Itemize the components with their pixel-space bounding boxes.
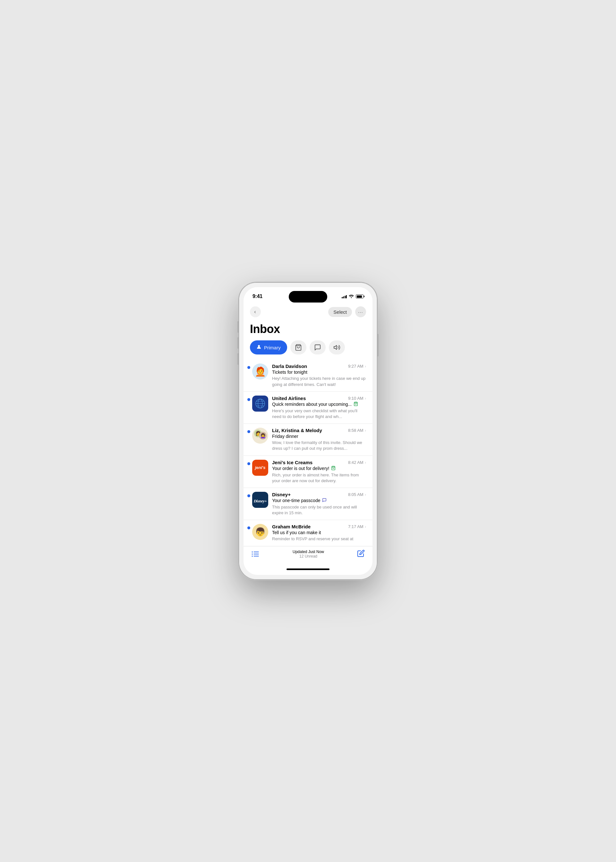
chevron-right-icon: › [365, 460, 366, 465]
email-item-4[interactable]: jeni's Jeni's Ice Creams 8:42 AM › Your … [244, 456, 372, 488]
email-subject-6: Tell us if you can make it [272, 530, 366, 535]
category-tabs: Primary [244, 341, 372, 360]
bottom-status: Updated Just Now 12 Unread [292, 550, 324, 559]
email-item-2[interactable]: United Airlines 9:10 AM › Quick reminder… [244, 392, 372, 424]
shopping-tag-icon [354, 402, 358, 407]
message-tag-icon [322, 498, 327, 503]
email-content-4: Jeni's Ice Creams 8:42 AM › Your order i… [272, 460, 366, 484]
status-icons [342, 294, 364, 299]
nav-bar: ‹ Select ··· [244, 304, 372, 320]
unread-dot [247, 366, 250, 369]
email-content-3: Liz, Kristina & Melody 8:58 AM › Friday … [272, 428, 366, 451]
tab-promotions[interactable] [310, 341, 326, 355]
email-sender-5: Disney+ [272, 492, 291, 497]
email-time-3: 8:58 AM › [348, 428, 366, 433]
status-time: 9:41 [253, 294, 262, 299]
chevron-right-icon: › [365, 428, 366, 433]
select-button[interactable]: Select [328, 307, 352, 317]
svg-text:Disney+: Disney+ [253, 499, 267, 503]
email-time-1: 9:27 AM › [348, 364, 366, 369]
svg-point-0 [258, 345, 260, 347]
email-header-5: Disney+ 8:05 AM › [272, 492, 366, 497]
email-subject-5: Your one-time passcode [272, 498, 366, 503]
more-button[interactable]: ··· [355, 306, 366, 317]
email-item-3[interactable]: 👩 👩‍🦱 Liz, Kristina & Melody 8:58 AM › [244, 424, 372, 455]
email-content-5: Disney+ 8:05 AM › Your one-time passcode [272, 492, 366, 516]
back-chevron-icon: ‹ [254, 309, 256, 315]
mailboxes-button[interactable] [251, 550, 259, 558]
email-list: 🧑‍🦰 Darla Davidson 9:27 AM › Tickets for… [244, 360, 372, 546]
email-time-4: 8:42 AM › [348, 460, 366, 465]
tab-updates[interactable] [329, 341, 345, 355]
chevron-right-icon: › [365, 524, 366, 529]
email-sender-2: United Airlines [272, 396, 306, 401]
email-item-6[interactable]: 👦 Graham McBride 7:17 AM › Tell us if yo… [244, 520, 372, 546]
email-preview-2: Here's your very own checklist with what… [272, 408, 366, 419]
email-preview-3: Wow, I love the formality of this invite… [272, 440, 366, 451]
svg-point-20 [252, 553, 253, 554]
email-header-6: Graham McBride 7:17 AM › [272, 524, 366, 529]
updated-text: Updated Just Now [292, 550, 324, 554]
avatar-united [252, 396, 268, 411]
email-subject-2: Quick reminders about your upcoming... [272, 402, 366, 407]
svg-text:👩‍🦱: 👩‍🦱 [260, 433, 266, 438]
unread-dot [247, 430, 250, 433]
chevron-right-icon: › [365, 492, 366, 497]
wifi-icon [349, 294, 354, 299]
email-content-1: Darla Davidson 9:27 AM › Tickets for ton… [272, 363, 366, 387]
email-time-5: 8:05 AM › [348, 492, 366, 497]
home-indicator [244, 564, 372, 575]
email-time-2: 9:10 AM › [348, 396, 366, 401]
email-header-1: Darla Davidson 9:27 AM › [272, 363, 366, 369]
email-header-2: United Airlines 9:10 AM › [272, 396, 366, 401]
avatar-jenis: jeni's [252, 460, 268, 476]
phone-screen: 9:41 [244, 287, 372, 575]
unread-dot [247, 526, 250, 529]
email-sender-6: Graham McBride [272, 524, 311, 529]
email-subject-4: Your order is out for delivery! [272, 466, 366, 471]
email-content-6: Graham McBride 7:17 AM › Tell us if you … [272, 524, 366, 542]
email-item-5[interactable]: Disney+ Disney+ 8:05 AM › Your one-time … [244, 488, 372, 520]
battery-icon [356, 295, 363, 298]
home-bar [286, 568, 330, 570]
avatar-group: 👩 👩‍🦱 [252, 428, 268, 444]
compose-button[interactable] [357, 550, 365, 559]
avatar-graham: 👦 [252, 524, 268, 540]
email-sender-3: Liz, Kristina & Melody [272, 428, 322, 433]
unread-dot [247, 495, 250, 497]
tab-shopping[interactable] [290, 341, 306, 355]
back-button[interactable]: ‹ [250, 306, 261, 317]
phone-device: 9:41 [239, 283, 377, 579]
svg-point-19 [252, 551, 253, 553]
email-subject-3: Friday dinner [272, 434, 366, 439]
dynamic-island [289, 291, 327, 303]
email-content-2: United Airlines 9:10 AM › Quick reminder… [272, 396, 366, 419]
chevron-right-icon: › [365, 364, 366, 369]
bottom-bar: Updated Just Now 12 Unread [244, 546, 372, 564]
email-preview-5: This passcode can only be used once and … [272, 504, 366, 516]
tab-primary-label: Primary [264, 345, 281, 350]
avatar-darla: 🧑‍🦰 [252, 363, 268, 380]
person-icon [256, 344, 261, 351]
chevron-right-icon: › [365, 396, 366, 401]
unread-count: 12 Unread [292, 554, 324, 559]
email-time-6: 7:17 AM › [348, 524, 366, 529]
email-item-1[interactable]: 🧑‍🦰 Darla Davidson 9:27 AM › Tickets for… [244, 360, 372, 391]
email-header-3: Liz, Kristina & Melody 8:58 AM › [272, 428, 366, 433]
email-header-4: Jeni's Ice Creams 8:42 AM › [272, 460, 366, 465]
tab-primary[interactable]: Primary [250, 341, 287, 355]
email-preview-6: Reminder to RSVP and reserve your seat a… [272, 536, 366, 542]
avatar-disney: Disney+ [252, 492, 268, 508]
email-preview-4: Rich, your order is almost here. The ite… [272, 472, 366, 484]
svg-point-21 [252, 556, 253, 557]
unread-dot [247, 462, 250, 465]
shopping-tag-icon-2 [331, 466, 336, 471]
email-preview-1: Hey! Attaching your tickets here in case… [272, 376, 366, 387]
email-sender-4: Jeni's Ice Creams [272, 460, 313, 465]
email-subject-1: Tickets for tonight [272, 370, 366, 375]
signal-icon [342, 295, 347, 298]
svg-marker-2 [334, 345, 336, 350]
nav-right-actions: Select ··· [328, 306, 366, 317]
email-sender-1: Darla Davidson [272, 363, 307, 369]
unread-dot [247, 398, 250, 401]
